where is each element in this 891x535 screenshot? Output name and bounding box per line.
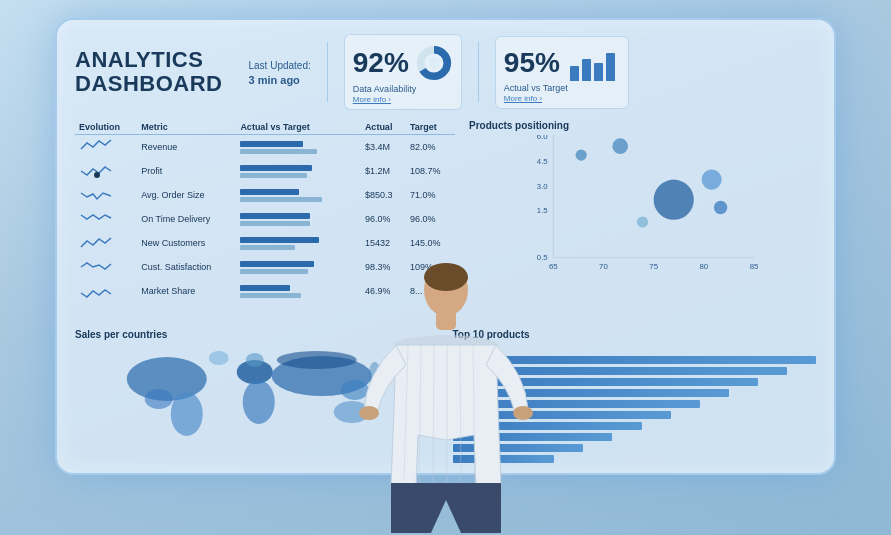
bar4	[606, 53, 615, 81]
bar-target	[240, 245, 295, 250]
metric-name: Revenue	[137, 135, 236, 160]
person-silhouette	[336, 215, 556, 535]
svg-text:70: 70	[599, 262, 608, 271]
kpi1-donut-icon	[415, 44, 453, 82]
kpi-card-2: 95% Actual vs Target More info ›	[495, 36, 629, 109]
metric-name: Market Share	[137, 279, 236, 303]
sparkline-icon	[79, 137, 115, 155]
bar-actual	[240, 285, 290, 291]
svg-point-31	[209, 351, 229, 365]
divider-2	[478, 42, 479, 102]
col-evolution: Evolution	[75, 120, 137, 135]
svg-text:80: 80	[700, 262, 709, 271]
sparkline-cell	[75, 207, 137, 231]
bar2	[582, 59, 591, 81]
svg-text:75: 75	[649, 262, 658, 271]
kpi2-bar-chart-icon	[570, 46, 620, 81]
sparkline-cell	[75, 279, 137, 303]
title-block: ANALYTICS DASHBOARD	[75, 48, 223, 96]
kpi2-block: 95%	[504, 46, 620, 81]
bubble-4	[702, 170, 722, 190]
svg-point-25	[171, 392, 203, 436]
svg-point-27	[243, 380, 275, 424]
svg-point-32	[246, 353, 264, 367]
metric-name: New Customers	[137, 231, 236, 255]
sparkline-icon	[79, 161, 115, 179]
bar-target	[240, 221, 310, 226]
bar-cell	[236, 135, 361, 160]
bar1	[570, 66, 579, 81]
bar-cell	[236, 159, 361, 183]
kpi2-more-button[interactable]: More info ›	[504, 94, 620, 103]
target-value: 71.0%	[406, 183, 455, 207]
sparkline-cell	[75, 255, 137, 279]
bar-actual	[240, 141, 303, 147]
dashboard-title-line1: ANALYTICS	[75, 48, 223, 72]
sparkline-icon	[79, 233, 115, 251]
actual-value: $850.3	[361, 183, 406, 207]
sparkline-cell	[75, 231, 137, 255]
bar-cell	[236, 183, 361, 207]
sparkline-icon	[79, 185, 115, 203]
products-chart-title: Products positioning	[469, 120, 816, 131]
bar-target	[240, 149, 317, 154]
target-value: 108.7%	[406, 159, 455, 183]
svg-point-37	[424, 263, 468, 291]
bar-group	[240, 213, 330, 226]
sparkline-cell	[75, 159, 137, 183]
svg-point-24	[145, 389, 173, 409]
bar-group	[240, 285, 330, 298]
kpi1-block: 92%	[353, 44, 453, 82]
sparkline-cell	[75, 135, 137, 160]
svg-point-45	[513, 406, 533, 420]
bar-group	[240, 165, 330, 178]
kpi1-pct: 92%	[353, 49, 409, 77]
bubble-2	[612, 138, 628, 154]
kpi1-label: Data Availability	[353, 84, 453, 94]
divider-1	[327, 42, 328, 102]
metric-name: Profit	[137, 159, 236, 183]
table-row: Revenue $3.4M82.0%	[75, 135, 455, 160]
bubble-3	[654, 180, 694, 220]
sparkline-icon	[79, 257, 115, 275]
actual-value: $3.4M	[361, 135, 406, 160]
dashboard-title-line2: DASHBOARD	[75, 72, 223, 96]
svg-point-2	[428, 57, 439, 68]
bar-group	[240, 141, 330, 154]
svg-text:1.5: 1.5	[537, 206, 549, 215]
bar-group	[240, 261, 330, 274]
sparkline-cell	[75, 183, 137, 207]
last-updated-value: 3 min ago	[249, 74, 300, 86]
table-row: Avg. Order Size $850.371.0%	[75, 183, 455, 207]
header-row: ANALYTICS DASHBOARD Last Updated: 3 min …	[75, 34, 816, 110]
col-actual-vs-target: Actual vs Target	[236, 120, 361, 135]
last-updated: Last Updated: 3 min ago	[249, 59, 311, 88]
svg-text:4.5: 4.5	[537, 157, 549, 166]
svg-text:85: 85	[750, 262, 759, 271]
bar-actual	[240, 189, 299, 195]
target-value: 82.0%	[406, 135, 455, 160]
bar-target	[240, 269, 308, 274]
col-metric: Metric	[137, 120, 236, 135]
bar-actual	[240, 213, 310, 219]
bar-target	[240, 293, 301, 298]
sparkline-icon	[79, 281, 115, 299]
bar-target	[240, 173, 307, 178]
sparkline-icon	[79, 209, 115, 227]
bubble-6	[637, 216, 648, 227]
kpi2-pct: 95%	[504, 49, 560, 77]
last-updated-label: Last Updated:	[249, 59, 311, 73]
bubble-5	[714, 201, 727, 214]
kpi1-more-button[interactable]: More info ›	[353, 95, 453, 104]
svg-text:3.0: 3.0	[537, 182, 549, 191]
col-actual: Actual	[361, 120, 406, 135]
kpi2-label: Actual vs Target	[504, 83, 620, 93]
bubble-1	[576, 150, 587, 161]
metric-name: Cust. Satisfaction	[137, 255, 236, 279]
bar-actual	[240, 261, 314, 267]
col-target: Target	[406, 120, 455, 135]
bar-group	[240, 189, 330, 202]
bar-actual	[240, 237, 319, 243]
actual-value: $1.2M	[361, 159, 406, 183]
bar-target	[240, 197, 322, 202]
